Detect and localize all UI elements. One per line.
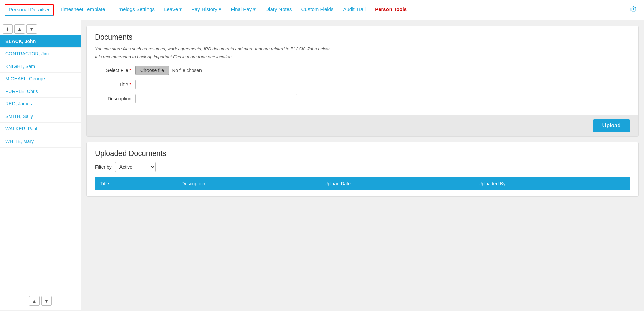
- main-layout: + ▲ ▼ BLACK, JohnCONTRACTOR, JimKNIGHT, …: [0, 20, 644, 310]
- table-header-row: TitleDescriptionUpload DateUploaded By: [95, 177, 630, 190]
- choose-file-button[interactable]: Choose file: [135, 66, 169, 75]
- nav-label-person-tools: Person Tools: [375, 6, 407, 12]
- select-file-row: Select File * Choose file No file chosen: [95, 66, 630, 75]
- scroll-down-button[interactable]: ▼: [26, 24, 37, 34]
- nav-item-leave[interactable]: Leave ▾: [159, 0, 187, 20]
- nav-item-pay-history[interactable]: Pay History ▾: [187, 0, 226, 20]
- nav-label-pay-history: Pay History: [191, 6, 217, 12]
- table-header: TitleDescriptionUpload DateUploaded By: [95, 177, 630, 190]
- uploaded-documents-panel-body: Uploaded Documents Filter by ActiveInact…: [87, 142, 638, 196]
- filter-select[interactable]: ActiveInactiveAll: [115, 162, 156, 172]
- person-item-white-mary[interactable]: WHITE, Mary: [0, 135, 81, 148]
- nav-item-person-tools[interactable]: Person Tools: [370, 0, 411, 20]
- nav-item-audit-trail[interactable]: Audit Trail: [338, 0, 370, 20]
- description-row: Description: [95, 94, 630, 103]
- uploaded-documents-panel: Uploaded Documents Filter by ActiveInact…: [86, 142, 639, 197]
- sidebar-top-controls: + ▲ ▼: [0, 23, 81, 35]
- nav-label-final-pay: Final Pay: [231, 6, 252, 12]
- nav-label-custom-fields: Custom Fields: [301, 6, 334, 12]
- documents-table: TitleDescriptionUpload DateUploaded By: [95, 177, 630, 190]
- nav-label-personal-details: Personal Details: [9, 7, 46, 13]
- documents-panel: Documents You can store files such as re…: [86, 26, 639, 137]
- nav-label-timelogs-settings: Timelogs Settings: [114, 6, 155, 12]
- documents-panel-body: Documents You can store files such as re…: [87, 26, 638, 115]
- person-item-black-john[interactable]: BLACK, John: [0, 35, 81, 48]
- table-header-upload-date: Upload Date: [319, 177, 473, 190]
- chevron-down-icon-final-pay: ▾: [253, 6, 256, 13]
- table-header-description: Description: [176, 177, 319, 190]
- person-item-knight-sam[interactable]: KNIGHT, Sam: [0, 60, 81, 73]
- nav-item-timelogs-settings[interactable]: Timelogs Settings: [110, 0, 159, 20]
- person-list: BLACK, JohnCONTRACTOR, JimKNIGHT, SamMIC…: [0, 35, 81, 294]
- title-input[interactable]: [135, 80, 297, 89]
- table-header-title: Title: [95, 177, 176, 190]
- nav-item-diary-notes[interactable]: Diary Notes: [261, 0, 296, 20]
- table-header-uploaded-by: Uploaded By: [473, 177, 630, 190]
- person-item-contractor-jim[interactable]: CONTRACTOR, Jim: [0, 48, 81, 60]
- required-asterisk-title: *: [130, 82, 131, 87]
- documents-info-line1: You can store files such as resumes, wor…: [95, 46, 630, 52]
- sidebar: + ▲ ▼ BLACK, JohnCONTRACTOR, JimKNIGHT, …: [0, 20, 81, 310]
- description-input[interactable]: [135, 94, 297, 103]
- documents-panel-footer: Upload: [87, 115, 638, 136]
- main-content: Documents You can store files such as re…: [81, 20, 644, 310]
- nav-item-final-pay[interactable]: Final Pay ▾: [226, 0, 261, 20]
- person-item-purple-chris[interactable]: PURPLE, Chris: [0, 85, 81, 98]
- title-label: Title *: [95, 82, 135, 87]
- nav-item-timesheet-template[interactable]: Timesheet Template: [55, 0, 110, 20]
- documents-title: Documents: [95, 33, 630, 42]
- upload-button[interactable]: Upload: [593, 119, 630, 132]
- filter-row: Filter by ActiveInactiveAll: [95, 162, 630, 172]
- file-input-wrapper: Choose file No file chosen: [135, 66, 202, 75]
- uploaded-documents-title: Uploaded Documents: [95, 149, 630, 158]
- person-item-michael-george[interactable]: MICHAEL, George: [0, 73, 81, 85]
- sidebar-bottom-controls: ▲ ▼: [0, 294, 81, 308]
- nav-item-custom-fields[interactable]: Custom Fields: [297, 0, 339, 20]
- nav-label-leave: Leave: [164, 6, 178, 12]
- filter-by-label: Filter by: [95, 164, 112, 170]
- nav-label-diary-notes: Diary Notes: [265, 6, 292, 12]
- add-person-button[interactable]: +: [3, 24, 13, 34]
- clock-icon[interactable]: ⏱: [626, 5, 641, 14]
- top-navigation: Personal Details ▾ Timesheet Template Ti…: [0, 0, 644, 20]
- title-row: Title *: [95, 80, 630, 89]
- select-file-label: Select File *: [95, 68, 135, 73]
- upload-form: Select File * Choose file No file chosen…: [95, 66, 630, 103]
- description-label: Description: [95, 96, 135, 101]
- chevron-down-icon-pay-history: ▾: [219, 6, 221, 13]
- person-item-red-james[interactable]: RED, James: [0, 98, 81, 110]
- chevron-down-icon: ▾: [47, 7, 50, 13]
- person-item-walker-paul[interactable]: WALKER, Paul: [0, 123, 81, 135]
- scroll-up-button[interactable]: ▲: [14, 24, 25, 34]
- scroll-down-bottom-button[interactable]: ▼: [41, 296, 52, 306]
- documents-info-line2: It is recommended to back up important f…: [95, 54, 630, 61]
- required-asterisk-file: *: [130, 68, 131, 73]
- no-file-text: No file chosen: [172, 68, 202, 73]
- nav-item-personal-details[interactable]: Personal Details ▾: [5, 4, 54, 16]
- person-item-smith-sally[interactable]: SMITH, Sally: [0, 110, 81, 123]
- nav-label-timesheet-template: Timesheet Template: [60, 6, 105, 12]
- chevron-down-icon-leave: ▾: [179, 6, 182, 13]
- nav-label-audit-trail: Audit Trail: [343, 6, 366, 12]
- scroll-up-bottom-button[interactable]: ▲: [29, 296, 40, 306]
